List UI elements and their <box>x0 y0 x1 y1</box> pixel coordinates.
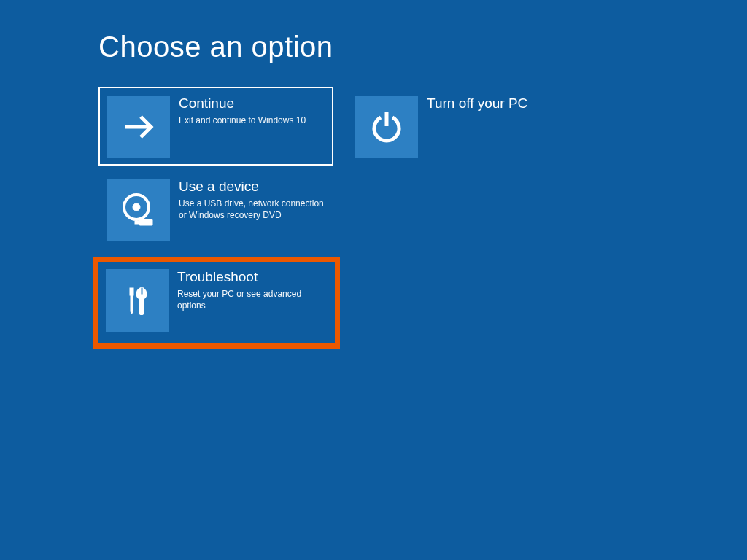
svg-marker-7 <box>131 295 133 314</box>
turn-off-title: Turn off your PC <box>427 96 527 112</box>
troubleshoot-desc: Reset your PC or see advanced options <box>177 288 328 311</box>
svg-rect-6 <box>130 288 133 295</box>
svg-rect-4 <box>139 219 152 225</box>
continue-title: Continue <box>179 96 306 112</box>
use-device-tile[interactable]: Use a device Use a USB drive, network co… <box>98 170 333 249</box>
turn-off-tile[interactable]: Turn off your PC <box>347 87 581 166</box>
troubleshoot-tile[interactable]: Troubleshoot Reset your PC or see advanc… <box>93 257 340 349</box>
use-device-text: Use a device Use a USB drive, network co… <box>170 179 325 221</box>
use-device-title: Use a device <box>179 179 325 195</box>
use-device-desc: Use a USB drive, network connection or W… <box>179 198 325 221</box>
continue-tile[interactable]: Continue Exit and continue to Windows 10 <box>98 87 333 166</box>
options-row-1: Continue Exit and continue to Windows 10… <box>98 87 747 166</box>
svg-rect-5 <box>135 221 139 224</box>
troubleshoot-text: Troubleshoot Reset your PC or see advanc… <box>169 269 328 311</box>
continue-desc: Exit and continue to Windows 10 <box>179 114 306 126</box>
arrow-right-icon <box>107 96 170 158</box>
turn-off-text: Turn off your PC <box>418 96 527 114</box>
options-row-2: Use a device Use a USB drive, network co… <box>98 170 747 249</box>
troubleshoot-title: Troubleshoot <box>177 269 328 286</box>
tools-icon <box>106 269 169 332</box>
options-row-3: Troubleshoot Reset your PC or see advanc… <box>98 257 747 349</box>
svg-point-3 <box>133 203 140 211</box>
disc-usb-icon <box>107 179 170 241</box>
page-title: Choose an option <box>98 31 747 63</box>
svg-rect-8 <box>141 287 143 295</box>
power-icon <box>355 96 418 158</box>
continue-text: Continue Exit and continue to Windows 10 <box>170 96 306 126</box>
options-grid: Continue Exit and continue to Windows 10… <box>98 87 747 349</box>
